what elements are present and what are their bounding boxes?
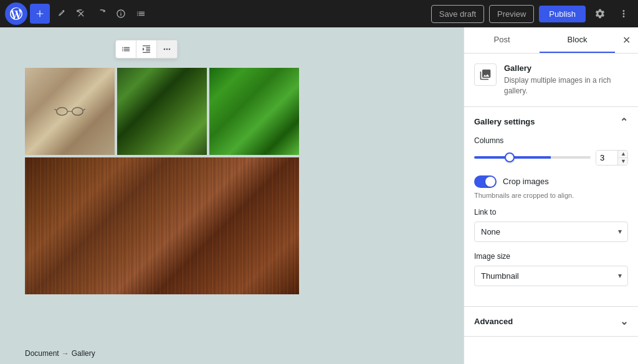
tab-block[interactable]: Block [540,27,615,53]
gallery-list-view-button[interactable] [116,40,136,58]
sidebar-close-button[interactable]: ✕ [615,29,638,51]
undo-button[interactable] [72,5,90,22]
gallery-grid-top [25,68,299,155]
columns-slider[interactable] [474,156,591,159]
settings-gear-button[interactable] [591,4,609,23]
gallery-settings-chevron: ⌄ [620,116,628,128]
preview-button[interactable]: Preview [489,5,534,23]
breadcrumb-separator: → [62,349,69,358]
block-title: Gallery [504,63,628,73]
breadcrumb-document[interactable]: Document [25,349,59,358]
sidebar: Post Block ✕ Gallery Display multiple im… [464,27,638,364]
list-view-button[interactable] [132,5,150,22]
add-block-button[interactable] [30,4,50,24]
info-button[interactable] [112,5,130,22]
slider-row: 3 ▲ ▼ [474,150,628,166]
link-to-select-wrapper: None Media File Attachment Page ▾ [474,222,628,242]
crop-images-group: Crop images Thumbnails are cropped to al… [474,175,628,199]
link-to-label: Link to [474,208,628,217]
gallery-settings-section: Gallery settings ⌄ Columns 3 ▲ ▼ [464,107,638,307]
breadcrumb-gallery[interactable]: Gallery [72,349,95,358]
more-options-button[interactable] [614,4,633,23]
svg-point-0 [57,108,68,116]
image-size-select[interactable]: Thumbnail Medium Large Full Size [474,266,628,286]
publish-button[interactable]: Publish [539,6,586,22]
main-area: Document → Gallery Post Block ✕ Gallery … [0,27,638,364]
top-toolbar: Save draft Preview Publish [0,0,638,27]
toolbar-right: Save draft Preview Publish [431,4,633,23]
svg-line-3 [54,109,57,110]
gallery-image-4[interactable] [25,157,299,294]
wp-logo[interactable] [5,2,27,25]
block-info-text: Gallery Display multiple images in a ric… [504,63,628,96]
columns-decrement[interactable]: ▼ [618,158,628,165]
advanced-section: Advanced ⌄ [464,307,638,337]
image-size-select-wrapper: Thumbnail Medium Large Full Size ▾ [474,266,628,286]
pen-tool-button[interactable] [52,5,70,22]
crop-toggle-row: Crop images [474,175,628,188]
sidebar-tabs: Post Block ✕ [464,27,638,54]
gallery-image-2[interactable] [117,68,207,155]
gallery-more-button[interactable] [157,40,177,58]
columns-spinners: ▲ ▼ [617,151,628,165]
gallery-align-button[interactable] [136,40,157,58]
svg-line-4 [83,109,85,110]
columns-number-input[interactable]: 3 [596,151,617,165]
block-info: Gallery Display multiple images in a ric… [464,54,638,107]
gallery-image-1[interactable] [25,68,115,155]
link-to-select[interactable]: None Media File Attachment Page [474,222,628,242]
save-draft-button[interactable]: Save draft [431,5,484,23]
gallery-settings-content: Columns 3 ▲ ▼ [464,136,638,306]
block-description: Display multiple images in a rich galler… [504,75,628,96]
crop-images-description: Thumbnails are cropped to align. [474,192,628,199]
advanced-section-header[interactable]: Advanced ⌄ [464,307,638,336]
columns-group: Columns 3 ▲ ▼ [474,136,628,166]
link-to-group: Link to None Media File Attachment Page … [474,208,628,242]
tab-post[interactable]: Post [464,27,540,53]
breadcrumb: Document → Gallery [25,349,95,358]
advanced-title: Advanced [474,317,513,326]
canvas: Document → Gallery [0,27,464,364]
gallery-settings-header[interactable]: Gallery settings ⌄ [464,107,638,136]
toolbar-left [5,2,150,25]
gallery-settings-title: Gallery settings [474,117,535,126]
gallery-image-3[interactable] [209,68,299,155]
columns-number-wrapper: 3 ▲ ▼ [596,150,628,166]
crop-images-toggle[interactable] [474,175,497,188]
redo-button[interactable] [92,5,110,22]
block-icon-gallery [474,63,497,86]
image-size-label: Image size [474,252,628,261]
columns-increment[interactable]: ▲ [618,151,628,158]
block-toolbar [115,40,178,58]
image-size-group: Image size Thumbnail Medium Large Full S… [474,252,628,286]
advanced-chevron-icon: ⌄ [620,315,628,327]
crop-images-label: Crop images [503,177,549,186]
columns-label: Columns [474,136,628,145]
svg-point-1 [72,108,83,116]
